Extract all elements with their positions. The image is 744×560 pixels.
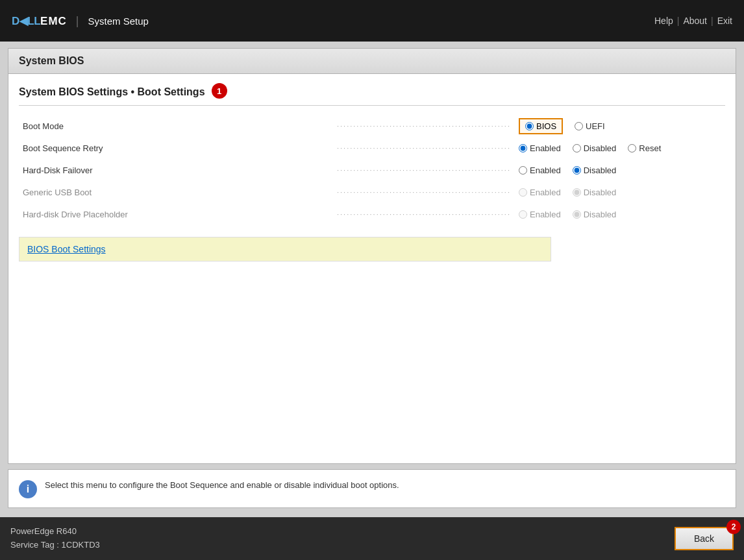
info-icon: i [19, 480, 37, 498]
boot-mode-radio-group: BIOS UEFI [519, 118, 721, 134]
info-box: i Select this menu to configure the Boot… [8, 469, 736, 508]
boot-seq-reset-radio[interactable] [628, 144, 636, 152]
section-title: System BIOS Settings • Boot Settings [19, 86, 205, 98]
hdd-placeholder-label: Hard-disk Drive Placeholder [23, 210, 334, 219]
footer: PowerEdge R640 Service Tag : 1CDKTD3 Bac… [0, 517, 744, 560]
table-row: Hard-Disk Failover ·····················… [19, 159, 725, 181]
setting-label-cell: Hard-disk Drive Placeholder ············… [19, 203, 515, 225]
hdd-failover-enabled-radio[interactable] [519, 166, 527, 175]
settings-table: Boot Mode ······························… [19, 115, 725, 225]
usb-boot-disabled-radio[interactable] [573, 188, 581, 197]
boot-mode-label: Boot Mode [23, 121, 334, 131]
footer-info: PowerEdge R640 Service Tag : 1CDKTD3 [10, 525, 100, 552]
bios-boot-settings-link[interactable]: BIOS Boot Settings [27, 244, 106, 254]
boot-seq-reset-option[interactable]: Reset [628, 143, 661, 153]
hdd-placeholder-disabled-radio[interactable] [573, 210, 581, 219]
boot-seq-disabled-label: Disabled [584, 143, 617, 153]
uefi-label: UEFI [586, 121, 605, 131]
nav-sep-2: | [711, 16, 713, 26]
hdd-placeholder-disabled-label: Disabled [584, 210, 617, 219]
hdd-placeholder-options: Enabled Disabled [515, 203, 725, 225]
table-row: Boot Sequence Retry ····················… [19, 137, 725, 159]
boot-seq-options: Enabled Disabled Reset [515, 137, 725, 159]
bios-highlight: BIOS [519, 118, 563, 134]
usb-boot-label: Generic USB Boot [23, 188, 334, 197]
hdd-placeholder-enabled-option[interactable]: Enabled [519, 210, 561, 219]
about-link[interactable]: About [683, 16, 707, 26]
main-wrapper: System BIOS System BIOS Settings • Boot … [0, 42, 744, 517]
bios-card-body: System BIOS Settings • Boot Settings 1 B… [8, 74, 736, 463]
step1-badge: 1 [212, 83, 227, 99]
boot-seq-label: Boot Sequence Retry [23, 143, 334, 153]
nav-sep-1: | [677, 16, 680, 26]
info-text: Select this menu to configure the Boot S… [45, 479, 399, 492]
brand-logo: D◀LLEMC [12, 14, 67, 28]
exit-link[interactable]: Exit [717, 16, 732, 26]
usb-boot-enabled-option[interactable]: Enabled [519, 188, 561, 197]
table-row: Hard-disk Drive Placeholder ············… [19, 203, 725, 225]
bios-card: System BIOS System BIOS Settings • Boot … [8, 48, 736, 464]
bios-card-heading: System BIOS [19, 55, 725, 67]
hdd-failover-enabled-label: Enabled [530, 165, 561, 175]
table-row: Generic USB Boot ·······················… [19, 181, 725, 203]
header: D◀LLEMC | System Setup Help | About | Ex… [0, 0, 744, 42]
bios-label: BIOS [536, 121, 556, 131]
boot-seq-disabled-radio[interactable] [573, 144, 581, 152]
service-tag-label: Service Tag : [10, 540, 62, 550]
hdd-placeholder-enabled-label: Enabled [530, 210, 561, 219]
header-title: System Setup [88, 16, 149, 27]
hdd-failover-disabled-label: Disabled [584, 165, 617, 175]
back-button[interactable]: Back [675, 527, 734, 550]
setting-label-cell: Boot Mode ······························… [19, 115, 515, 137]
hdd-failover-disabled-radio[interactable] [573, 166, 581, 175]
boot-seq-reset-label: Reset [639, 143, 661, 153]
boot-mode-options: BIOS UEFI [515, 115, 725, 137]
uefi-radio[interactable] [575, 122, 583, 130]
bios-boot-settings-container: BIOS Boot Settings [19, 232, 725, 262]
hdd-failover-enabled-option[interactable]: Enabled [519, 165, 561, 175]
table-row: Boot Mode ······························… [19, 115, 725, 137]
usb-boot-radio-group: Enabled Disabled [519, 188, 721, 197]
boot-seq-enabled-option[interactable]: Enabled [519, 143, 561, 153]
setting-label-cell: Boot Sequence Retry ····················… [19, 137, 515, 159]
usb-boot-options: Enabled Disabled [515, 181, 725, 203]
hdd-placeholder-radio-group: Enabled Disabled [519, 210, 721, 219]
bios-card-header: System BIOS [8, 49, 736, 74]
boot-seq-enabled-label: Enabled [530, 143, 561, 153]
boot-seq-radio-group: Enabled Disabled Reset [519, 143, 721, 153]
setting-label-cell: Generic USB Boot ·······················… [19, 181, 515, 203]
hdd-failover-label: Hard-Disk Failover [23, 165, 334, 175]
device-name: PowerEdge R640 [10, 525, 100, 539]
hdd-failover-radio-group: Enabled Disabled [519, 165, 721, 175]
hdd-failover-disabled-option[interactable]: Disabled [573, 165, 617, 175]
header-divider: | [76, 14, 79, 28]
service-tag: Service Tag : 1CDKTD3 [10, 539, 100, 552]
hdd-placeholder-disabled-option[interactable]: Disabled [573, 210, 617, 219]
usb-boot-enabled-radio[interactable] [519, 188, 527, 197]
service-tag-value: 1CDKTD3 [62, 540, 100, 550]
usb-boot-disabled-label: Disabled [584, 188, 617, 197]
setting-label-cell: Hard-Disk Failover ·····················… [19, 159, 515, 181]
uefi-option[interactable]: UEFI [575, 121, 605, 131]
header-nav: Help | About | Exit [654, 16, 732, 26]
usb-boot-disabled-option[interactable]: Disabled [573, 188, 617, 197]
boot-seq-enabled-radio[interactable] [519, 144, 527, 152]
header-left: D◀LLEMC | System Setup [12, 14, 149, 28]
back-btn-wrapper: Back 2 [675, 527, 734, 550]
footer-actions: Back 2 [675, 527, 734, 550]
hdd-failover-options: Enabled Disabled [515, 159, 725, 181]
hdd-placeholder-enabled-radio[interactable] [519, 210, 527, 219]
boot-seq-disabled-option[interactable]: Disabled [573, 143, 617, 153]
usb-boot-enabled-label: Enabled [530, 188, 561, 197]
bios-boot-settings-row: BIOS Boot Settings [19, 237, 551, 262]
section-title-row: System BIOS Settings • Boot Settings 1 [19, 84, 725, 106]
help-link[interactable]: Help [654, 16, 673, 26]
step2-badge: 2 [726, 520, 741, 534]
bios-radio[interactable] [525, 122, 534, 130]
